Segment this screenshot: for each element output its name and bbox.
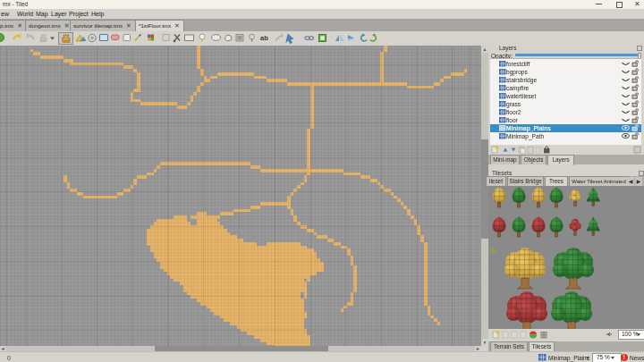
svg-text:ab: ab — [260, 34, 268, 42]
